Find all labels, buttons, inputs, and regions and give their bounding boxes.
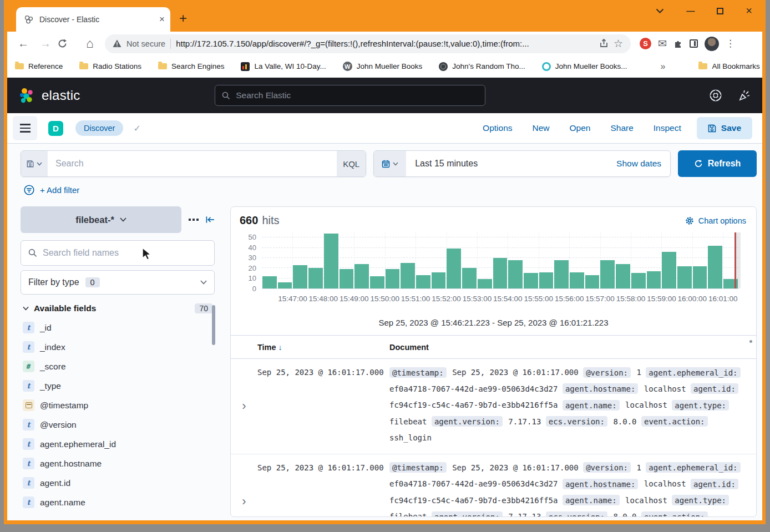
extensions-puzzle-icon[interactable] <box>673 39 683 48</box>
side-panel-icon[interactable] <box>690 39 698 48</box>
histogram-bar[interactable] <box>308 268 323 288</box>
expand-row-button[interactable]: › <box>231 364 257 447</box>
bookmark-item[interactable]: John's Random Tho... <box>439 62 525 71</box>
field-item[interactable]: t@version <box>21 415 215 434</box>
histogram-bar[interactable] <box>616 264 630 288</box>
field-search-input[interactable] <box>43 248 207 258</box>
elastic-brand[interactable]: elastic <box>18 87 80 104</box>
histogram-bar[interactable] <box>462 268 477 288</box>
histogram-bar[interactable] <box>600 260 615 288</box>
histogram-bar[interactable] <box>677 266 692 288</box>
histogram-bar[interactable] <box>478 279 492 288</box>
security-label[interactable]: Not secure <box>126 39 165 48</box>
share-icon[interactable] <box>599 39 609 48</box>
add-filter-button[interactable]: + Add filter <box>40 185 79 195</box>
breadcrumb[interactable]: Discover <box>75 120 123 136</box>
time-column-header[interactable]: Time↓ <box>257 343 389 352</box>
date-quick-menu-button[interactable] <box>374 151 406 176</box>
saved-query-menu-button[interactable] <box>21 151 48 176</box>
histogram-bar[interactable] <box>493 258 508 288</box>
elastic-search-box[interactable] <box>215 85 485 106</box>
bookmarks-overflow-icon[interactable]: » <box>661 62 666 72</box>
field-item[interactable]: @timestamp <box>21 396 215 415</box>
nav-link-open[interactable]: Open <box>570 123 591 133</box>
histogram-bar[interactable] <box>662 252 676 288</box>
field-item[interactable]: t_id <box>21 318 215 337</box>
field-item[interactable]: tagent.ephemeral_id <box>21 434 215 454</box>
minimize-button[interactable]: — <box>686 6 695 16</box>
bookmark-item[interactable]: La Valle, WI 10-Day... <box>241 62 326 71</box>
forward-icon[interactable]: → <box>35 37 56 50</box>
histogram-bar[interactable] <box>570 272 584 288</box>
histogram-bar[interactable] <box>647 271 661 288</box>
chart-options-button[interactable]: Chart options <box>685 216 746 225</box>
elastic-search-input[interactable] <box>236 90 478 100</box>
close-button[interactable]: × <box>746 4 752 17</box>
refresh-button[interactable]: Refresh <box>678 150 757 177</box>
tab-search-caret-icon[interactable] <box>656 8 664 13</box>
newsfeed-icon[interactable] <box>738 89 751 102</box>
field-item[interactable]: t_type <box>21 376 215 396</box>
histogram-bar[interactable] <box>401 263 415 288</box>
field-item[interactable]: tagent.hostname <box>21 454 215 473</box>
bookmark-item[interactable]: Reference <box>15 62 63 70</box>
new-tab-button[interactable]: + <box>179 11 187 26</box>
space-badge[interactable]: D <box>48 121 63 136</box>
nav-link-share[interactable]: Share <box>610 123 633 133</box>
query-search-input[interactable] <box>48 151 337 176</box>
reload-icon[interactable] <box>57 38 78 49</box>
histogram-bar[interactable] <box>585 275 600 288</box>
menu-hamburger-icon[interactable] <box>13 116 37 140</box>
histogram-bar[interactable] <box>708 246 722 288</box>
field-item[interactable]: #_score <box>21 357 215 376</box>
tab-close-icon[interactable]: × <box>159 14 165 25</box>
histogram-bar[interactable] <box>508 260 523 288</box>
help-icon[interactable] <box>709 89 722 102</box>
time-range-value[interactable]: Last 15 minutes <box>406 151 616 176</box>
histogram-bar[interactable] <box>262 276 277 288</box>
home-icon[interactable]: ⌂ <box>79 36 100 51</box>
bookmark-item[interactable]: Search Engines <box>158 62 224 70</box>
histogram-bar[interactable] <box>693 266 707 288</box>
histogram-bar[interactable] <box>631 273 646 288</box>
table-scrollbar-thumb[interactable] <box>749 340 752 343</box>
histogram-bar[interactable] <box>447 249 461 288</box>
snagit-extension-icon[interactable]: S <box>640 38 651 49</box>
browser-menu-icon[interactable]: ⋮ <box>726 38 735 49</box>
sidebar-scrollbar-thumb[interactable] <box>212 305 215 345</box>
back-icon[interactable]: ← <box>13 37 34 50</box>
all-bookmarks-button[interactable]: All Bookmarks <box>698 62 759 70</box>
bookmark-item[interactable]: Radio Stations <box>79 62 141 70</box>
histogram-bar[interactable] <box>416 275 430 288</box>
histogram-bar[interactable] <box>386 269 400 288</box>
query-language-button[interactable]: KQL <box>337 151 366 176</box>
field-item[interactable]: tagent.id <box>21 473 215 493</box>
bookmark-item[interactable]: WJohn Mueller Books <box>343 62 423 71</box>
field-item[interactable]: t_index <box>21 337 215 357</box>
histogram-bar[interactable] <box>293 265 307 288</box>
show-dates-button[interactable]: Show dates <box>616 151 670 176</box>
nav-link-options[interactable]: Options <box>483 123 512 133</box>
index-pattern-select[interactable]: filebeat-* <box>21 206 181 233</box>
save-button[interactable]: Save <box>697 117 752 139</box>
histogram-bar[interactable] <box>370 276 384 288</box>
field-item[interactable]: tagent.name <box>21 493 215 512</box>
collapse-sidebar-icon[interactable] <box>206 216 215 224</box>
histogram-bar[interactable] <box>278 282 292 288</box>
histogram-bar[interactable] <box>524 273 538 288</box>
mail-extension-icon[interactable]: ✉ <box>658 37 667 50</box>
bookmark-item[interactable]: John Mueller Books... <box>542 62 627 71</box>
bookmark-star-icon[interactable]: ☆ <box>614 37 623 50</box>
histogram-bar[interactable] <box>539 272 554 288</box>
nav-link-inspect[interactable]: Inspect <box>654 123 681 133</box>
profile-avatar[interactable] <box>705 37 719 51</box>
maximize-button[interactable] <box>717 8 723 14</box>
histogram-bar[interactable] <box>554 260 569 288</box>
histogram-bar[interactable] <box>354 264 369 288</box>
filter-by-type[interactable]: Filter by type 0 <box>21 270 215 295</box>
browser-tab[interactable]: Discover - Elastic × <box>16 7 170 32</box>
address-bar[interactable]: Not secure http://172.105.7.150/app/disc… <box>105 34 631 53</box>
histogram-bar[interactable] <box>324 234 338 288</box>
nav-link-new[interactable]: New <box>533 123 550 133</box>
filter-icon[interactable] <box>24 185 34 195</box>
